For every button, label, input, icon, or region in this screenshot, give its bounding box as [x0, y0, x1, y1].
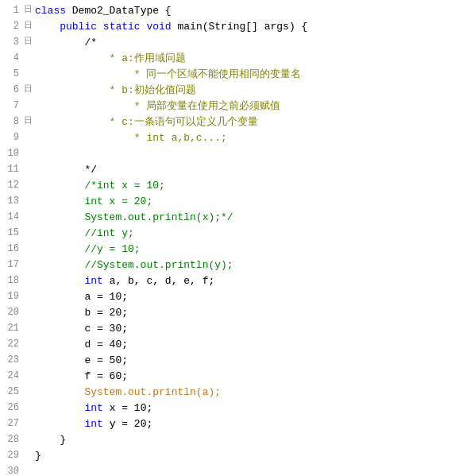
code-token: void: [146, 21, 171, 33]
line-number: 13: [0, 194, 24, 208]
table-row: 2日 public static void main(String[] args…: [0, 19, 459, 35]
line-number: 19: [0, 289, 24, 304]
line-number: 16: [0, 242, 24, 256]
line-number: 2: [0, 19, 24, 33]
code-line: }: [35, 432, 459, 448]
table-row: 17 //System.out.println(y);: [0, 257, 459, 273]
code-line: a = 10;: [35, 289, 459, 305]
code-token: [97, 21, 103, 33]
code-token: e = 50;: [35, 354, 128, 366]
code-token: * c:一条语句可以定义几个变量: [35, 116, 258, 128]
code-line: System.out.println(a);: [35, 385, 459, 401]
line-number: 14: [0, 210, 24, 224]
line-number: 9: [0, 130, 24, 145]
code-line: int x = 20;: [35, 194, 459, 210]
code-token: [35, 402, 84, 414]
code-token: * 局部变量在使用之前必须赋值: [35, 100, 280, 112]
table-row: 24 f = 60;: [0, 369, 459, 385]
line-number: 15: [0, 226, 24, 240]
code-token: System.out.println(x);*/: [35, 211, 233, 223]
line-number: 22: [0, 337, 24, 351]
code-token: [35, 275, 84, 287]
code-token: * 同一个区域不能使用相同的变量名: [35, 68, 301, 80]
code-line: int y = 20;: [35, 416, 459, 432]
line-number: 7: [0, 99, 24, 113]
code-token: /*: [35, 37, 97, 48]
line-number: 23: [0, 353, 24, 367]
code-line: /*int x = 10;: [35, 178, 459, 194]
code-line: * 同一个区域不能使用相同的变量名: [35, 67, 459, 83]
line-number: 17: [0, 257, 24, 272]
code-token: }: [35, 434, 66, 446]
code-token: * a:作用域问题: [35, 52, 186, 64]
table-row: 25 System.out.println(a);: [0, 385, 459, 401]
line-number: 10: [0, 146, 24, 161]
code-line: //y = 10;: [35, 242, 459, 257]
code-editor: 1日class Demo2_DataType {2日 public static…: [0, 0, 459, 476]
code-line: int a, b, c, d, e, f;: [35, 273, 459, 289]
code-token: int x = 20;: [35, 195, 152, 207]
code-token: [35, 418, 84, 430]
code-token: * int a,b,c...;: [35, 132, 227, 144]
code-token: a, b, c, d, e, f;: [103, 275, 214, 287]
code-line: d = 40;: [35, 337, 459, 353]
line-number: 6: [0, 83, 24, 97]
code-token: f = 60;: [35, 370, 128, 382]
table-row: 6日 * b:初始化值问题: [0, 83, 459, 99]
line-number: 26: [0, 401, 24, 415]
code-line: }: [35, 448, 459, 464]
code-line: * int a,b,c...;: [35, 130, 459, 146]
code-line: * 局部变量在使用之前必须赋值: [35, 99, 459, 114]
line-number: 18: [0, 273, 24, 288]
fold-icon[interactable]: 日: [24, 3, 35, 17]
code-token: static: [103, 21, 141, 33]
code-token: }: [35, 450, 41, 462]
table-row: 16 //y = 10;: [0, 242, 459, 257]
line-number: 3: [0, 35, 24, 49]
line-number: 24: [0, 369, 24, 383]
line-number: 4: [0, 51, 24, 65]
code-token: * b:初始化值问题: [35, 84, 196, 96]
table-row: 8日 * c:一条语句可以定义几个变量: [0, 114, 459, 130]
table-row: 4 * a:作用域问题: [0, 51, 459, 67]
code-token: c = 30;: [35, 323, 128, 335]
code-line: c = 30;: [35, 321, 459, 337]
code-token: public: [60, 21, 97, 33]
code-line: * c:一条语句可以定义几个变量: [35, 114, 459, 130]
code-token: /*int x = 10;: [35, 180, 165, 192]
table-row: 12 /*int x = 10;: [0, 178, 459, 194]
code-line: e = 50;: [35, 353, 459, 369]
table-row: 15 //int y;: [0, 226, 459, 242]
code-token: */: [35, 164, 97, 176]
code-token: int: [84, 402, 102, 414]
code-line: System.out.println(x);*/: [35, 210, 459, 226]
line-number: 21: [0, 321, 24, 335]
code-line: b = 20;: [35, 305, 459, 321]
table-row: 22 d = 40;: [0, 337, 459, 353]
fold-icon[interactable]: 日: [24, 35, 35, 48]
code-line: public static void main(String[] args) {: [35, 19, 459, 35]
line-number: 12: [0, 178, 24, 192]
code-token: class: [35, 5, 66, 17]
fold-icon[interactable]: 日: [24, 83, 35, 96]
line-number: 28: [0, 432, 24, 447]
fold-icon[interactable]: 日: [24, 114, 35, 128]
code-token: [35, 21, 60, 33]
line-number: 20: [0, 305, 24, 319]
table-row: 10: [0, 146, 459, 162]
code-token: //int y;: [35, 227, 134, 239]
code-line: f = 60;: [35, 369, 459, 385]
line-number: 11: [0, 162, 24, 176]
table-row: 13 int x = 20;: [0, 194, 459, 210]
fold-icon[interactable]: 日: [24, 19, 35, 33]
code-token: x = 10;: [103, 402, 152, 414]
table-row: 3日 /*: [0, 35, 459, 51]
table-row: 29 }: [0, 448, 459, 464]
table-row: 5 * 同一个区域不能使用相同的变量名: [0, 67, 459, 83]
table-row: 7 * 局部变量在使用之前必须赋值: [0, 99, 459, 114]
code-line: //int y;: [35, 226, 459, 242]
table-row: 14 System.out.println(x);*/: [0, 210, 459, 226]
table-row: 9 * int a,b,c...;: [0, 130, 459, 146]
line-number: 29: [0, 448, 24, 462]
code-line: * a:作用域问题: [35, 51, 459, 67]
